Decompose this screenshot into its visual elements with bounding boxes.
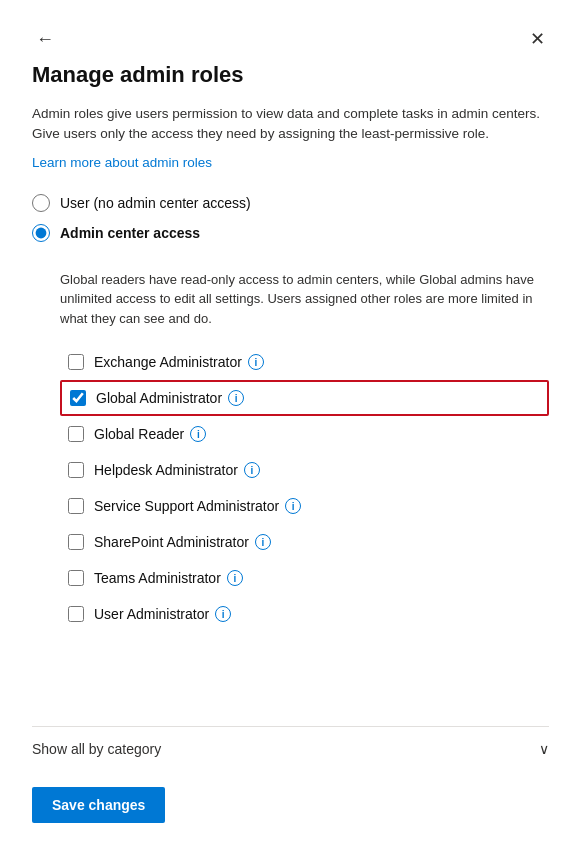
checkbox-exchange[interactable] <box>68 354 84 370</box>
checkbox-teams[interactable] <box>68 570 84 586</box>
manage-admin-roles-panel: ← ✕ Manage admin roles Admin roles give … <box>0 0 581 855</box>
checkbox-global-reader-label: Global Reader i <box>94 426 206 442</box>
radio-user-label: User (no admin center access) <box>60 195 251 211</box>
admin-description-text: Global readers have read-only access to … <box>60 270 549 329</box>
back-icon: ← <box>36 29 54 50</box>
radio-admin-label: Admin center access <box>60 225 200 241</box>
checkbox-exchange-label: Exchange Administrator i <box>94 354 264 370</box>
radio-admin[interactable] <box>32 224 50 242</box>
info-icon-helpdesk[interactable]: i <box>244 462 260 478</box>
checkbox-teams-label: Teams Administrator i <box>94 570 243 586</box>
checkbox-item-sharepoint[interactable]: SharePoint Administrator i <box>60 524 549 560</box>
info-icon-teams[interactable]: i <box>227 570 243 586</box>
page-title: Manage admin roles <box>32 62 549 88</box>
close-icon: ✕ <box>530 28 545 50</box>
checkbox-global-admin[interactable] <box>70 390 86 406</box>
back-button[interactable]: ← <box>32 25 58 54</box>
checkbox-helpdesk-label: Helpdesk Administrator i <box>94 462 260 478</box>
checkbox-item-teams[interactable]: Teams Administrator i <box>60 560 549 596</box>
checkbox-service-support[interactable] <box>68 498 84 514</box>
learn-more-link[interactable]: Learn more about admin roles <box>32 155 549 170</box>
show-all-row[interactable]: Show all by category ∨ <box>32 726 549 771</box>
panel-header: ← ✕ <box>32 24 549 54</box>
radio-option-admin[interactable]: Admin center access <box>32 224 549 242</box>
checkbox-item-helpdesk[interactable]: Helpdesk Administrator i <box>60 452 549 488</box>
radio-section: User (no admin center access) Admin cent… <box>32 194 549 254</box>
checkbox-sharepoint-label: SharePoint Administrator i <box>94 534 271 550</box>
checkbox-item-global-admin[interactable]: Global Administrator i <box>60 380 549 416</box>
checkbox-item-service-support[interactable]: Service Support Administrator i <box>60 488 549 524</box>
footer: Save changes <box>32 787 549 823</box>
checkbox-service-support-label: Service Support Administrator i <box>94 498 301 514</box>
checkbox-item-global-reader[interactable]: Global Reader i <box>60 416 549 452</box>
checkbox-user-admin[interactable] <box>68 606 84 622</box>
show-all-label: Show all by category <box>32 741 161 757</box>
info-icon-sharepoint[interactable]: i <box>255 534 271 550</box>
info-icon-global-admin[interactable]: i <box>228 390 244 406</box>
checkbox-user-admin-label: User Administrator i <box>94 606 231 622</box>
radio-user[interactable] <box>32 194 50 212</box>
info-icon-exchange[interactable]: i <box>248 354 264 370</box>
radio-option-user[interactable]: User (no admin center access) <box>32 194 549 212</box>
checkbox-sharepoint[interactable] <box>68 534 84 550</box>
close-button[interactable]: ✕ <box>526 24 549 54</box>
checkbox-global-reader[interactable] <box>68 426 84 442</box>
checkbox-helpdesk[interactable] <box>68 462 84 478</box>
info-icon-service-support[interactable]: i <box>285 498 301 514</box>
checkbox-item-exchange[interactable]: Exchange Administrator i <box>60 344 549 380</box>
description-text: Admin roles give users permission to vie… <box>32 104 549 145</box>
info-icon-user-admin[interactable]: i <box>215 606 231 622</box>
checkbox-global-admin-label: Global Administrator i <box>96 390 244 406</box>
checkbox-item-user-admin[interactable]: User Administrator i <box>60 596 549 632</box>
info-icon-global-reader[interactable]: i <box>190 426 206 442</box>
checkbox-list: Exchange Administrator i Global Administ… <box>60 344 549 632</box>
save-button[interactable]: Save changes <box>32 787 165 823</box>
chevron-down-icon: ∨ <box>539 741 549 757</box>
